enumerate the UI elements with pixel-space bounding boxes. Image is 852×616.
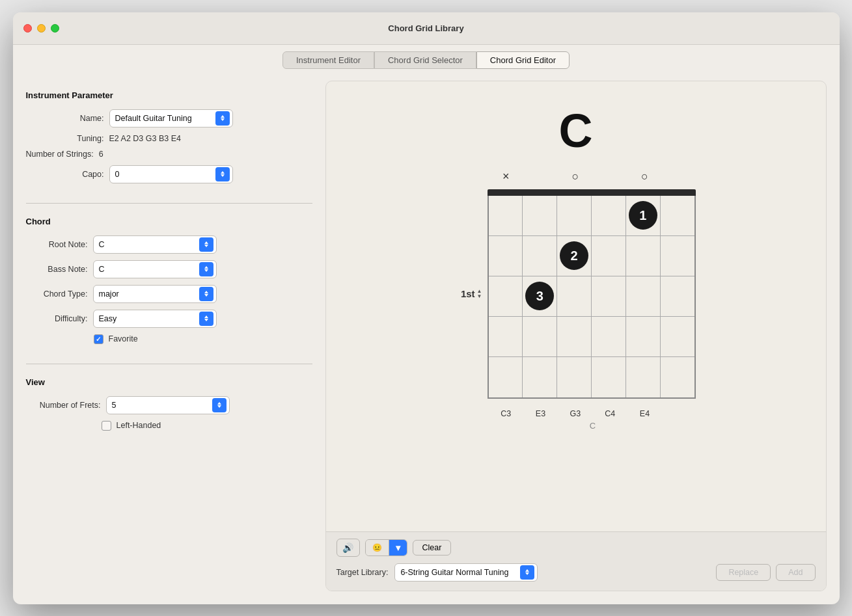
name-select[interactable]: Default Guitar Tuning [109,109,233,127]
bass-note-select[interactable]: C [93,260,217,278]
fret-cell-4-0[interactable] [489,357,523,397]
target-library-select[interactable]: 6-String Guitar Normal Tuning [394,563,538,582]
string-symbol-0: × [489,167,523,187]
right-panel: C × ○ [325,81,827,591]
tab-instrument-editor[interactable]: Instrument Editor [282,51,374,69]
smiley-segment[interactable]: 😐 [366,540,389,556]
note-label-4: E4 [627,409,662,418]
fret-row-2: 3 [489,276,694,317]
left-handed-checkbox[interactable] [102,421,111,431]
root-note-arrow-btn[interactable] [199,237,213,252]
capo-arrow-btn[interactable] [215,167,230,181]
chord-type-arrow-btn[interactable] [199,287,213,301]
name-arrow-btn[interactable] [215,111,230,126]
tab-chord-grid-selector[interactable]: Chord Grid Selector [374,51,476,69]
note-label-0: C3 [489,409,523,418]
frets-arrow-btn[interactable] [212,398,227,412]
capo-row: Capo: 0 [26,165,312,183]
finger-dot-1[interactable]: 1 [629,201,657,230]
fret-cell-2-4[interactable] [626,276,661,316]
root-note-label: Root Note: [26,240,88,249]
target-library-value: 6-String Guitar Normal Tuning [400,568,520,577]
target-library-arrow-btn[interactable] [520,565,534,580]
fret-cell-4-2[interactable] [557,357,592,397]
left-handed-row: Left-Handed [102,421,312,431]
add-button[interactable]: Add [776,564,815,581]
minimize-button[interactable] [37,24,46,33]
fret-label-col: 1st ▲ ▼ [455,189,488,399]
replace-button[interactable]: Replace [716,564,771,581]
fret-cell-2-0[interactable] [489,276,523,316]
fret-cell-0-0[interactable] [489,196,523,235]
root-note-select[interactable]: C [93,235,217,254]
fret-down-icon[interactable]: ▼ [477,294,482,299]
fret-cell-0-1[interactable] [523,196,557,235]
fret-cell-3-2[interactable] [557,317,592,356]
fret-cell-1-4[interactable] [626,236,661,276]
chord-type-select[interactable]: major [93,285,217,303]
note-label-3: C4 [592,409,627,418]
fret-cell-3-1[interactable] [523,317,557,356]
fret-cell-1-2[interactable]: 2 [557,236,592,276]
fret-cell-1-0[interactable] [489,236,523,276]
action-buttons: Replace Add [716,564,815,581]
speaker-button[interactable]: 🔊 [337,539,360,557]
favorite-checkbox-container[interactable]: ✓ Favorite [94,334,138,344]
clear-button[interactable]: Clear [413,540,452,556]
fret-row-0: 1 [489,196,694,236]
frets-arrow-down-icon [217,405,221,408]
fret-cell-1-5[interactable] [661,236,694,276]
fret-cell-2-5[interactable] [661,276,694,316]
instrument-parameter-section: Instrument Parameter Name: Default Guita… [26,81,312,200]
string-symbol-1 [523,167,558,187]
string-symbols-row: × ○ ○ [455,167,697,187]
fret-cell-4-3[interactable] [592,357,626,397]
frets-select[interactable]: 5 [106,396,230,414]
favorite-checkbox[interactable]: ✓ [94,334,103,344]
chord-display-area: C × ○ [326,81,826,531]
fret-cell-3-0[interactable] [489,317,523,356]
fret-row-1: 2 [489,236,694,276]
close-button[interactable] [23,24,32,33]
finger-dot-2[interactable]: 2 [560,241,588,270]
fret-cell-2-3[interactable] [592,276,626,316]
left-handed-checkbox-container[interactable]: Left-Handed [102,421,161,431]
fret-cell-0-3[interactable] [592,196,626,235]
chevron-segment[interactable]: ▾ [389,540,407,556]
bottom-row1: 🔊 😐 ▾ Clear [337,539,816,557]
fret-cell-0-5[interactable] [661,196,694,235]
name-label: Name: [26,114,104,123]
grid-wrapper: 1st ▲ ▼ [455,189,697,399]
fret-stepper[interactable]: ▲ ▼ [477,289,482,299]
root-note-value: C [99,240,199,249]
chord-type-label: Chord Type: [26,289,88,299]
fret-cell-0-4[interactable]: 1 [626,196,661,235]
bass-note-arrow-btn[interactable] [199,262,213,276]
fret-cell-1-3[interactable] [592,236,626,276]
fret-cell-0-2[interactable] [557,196,592,235]
titlebar: Chord Grid Library [13,12,840,45]
fret-cell-4-4[interactable] [626,357,661,397]
capo-select[interactable]: 0 [109,165,233,183]
fret-cell-4-5[interactable] [661,357,694,397]
fret-cell-3-4[interactable] [626,317,661,356]
string-symbol-3 [592,167,627,187]
tab-chord-grid-editor[interactable]: Chord Grid Editor [476,51,570,69]
view-section: View Number of Frets: 5 [26,368,312,447]
arrow-down-icon [221,118,225,121]
difficulty-select[interactable]: Easy [93,310,217,328]
difficulty-arrow-btn[interactable] [199,312,213,326]
grid-container: 1 2 [488,189,696,399]
maximize-button[interactable] [51,24,59,33]
fret-cell-2-2[interactable] [557,276,592,316]
fret-cell-4-1[interactable] [523,357,557,397]
string-notes: C3 E3 G3 C4 E4 [489,409,697,418]
root-arrow-up-icon [204,241,208,244]
fret-cell-3-3[interactable] [592,317,626,356]
fret-cell-3-5[interactable] [661,317,694,356]
fret-cell-1-1[interactable] [523,236,557,276]
finger-dot-3[interactable]: 3 [525,282,554,310]
root-arrow-down-icon [204,245,208,247]
fret-cell-2-1[interactable]: 3 [523,276,557,316]
capo-arrow-up-icon [221,171,225,174]
